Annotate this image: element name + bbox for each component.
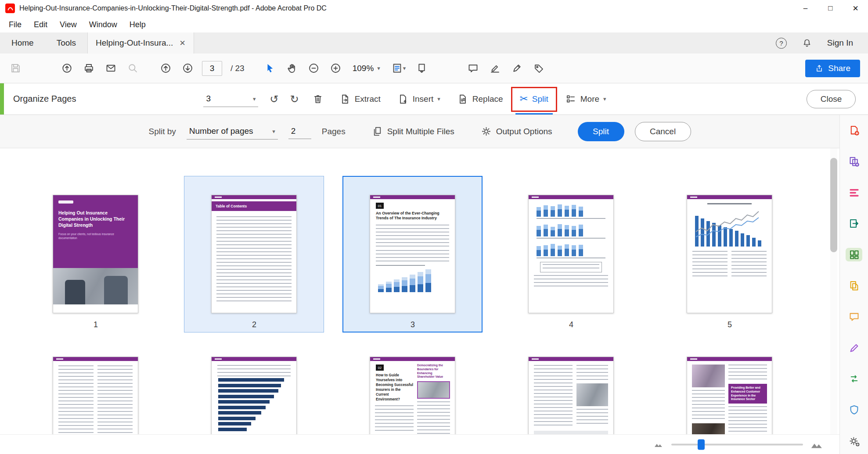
split-confirm-button[interactable]: Split [578, 122, 624, 141]
comment-tool-icon[interactable] [465, 61, 481, 76]
extract-button[interactable]: Extract [337, 83, 383, 114]
page-number-input[interactable]: 3 [202, 61, 222, 76]
more-icon [565, 93, 576, 105]
chevron-down-icon: ▾ [377, 65, 380, 71]
search-icon[interactable] [125, 61, 140, 76]
edit-pdf-icon[interactable] [846, 186, 862, 200]
page-thumbnail-8[interactable]: 02 How to Guide Yourselves into Becoming… [370, 357, 455, 434]
page-thumbnail-5[interactable] [687, 195, 772, 313]
page-number-label-3: 3 [400, 320, 426, 329]
maximize-button[interactable]: □ [818, 0, 843, 17]
menu-file[interactable]: File [3, 20, 28, 29]
page-number-label-2: 2 [241, 320, 267, 329]
notifications-bell-icon[interactable] [800, 36, 814, 50]
close-tool-button[interactable]: Close [807, 90, 856, 108]
thumbnail-zoom-control [654, 440, 825, 450]
split-multiple-files-button[interactable]: Split Multiple Files [372, 126, 454, 137]
previous-page-icon[interactable] [158, 61, 173, 76]
page-thumbnail-6[interactable] [53, 357, 138, 434]
lower-region: Split by Number of pages ▾ Pages Split M… [0, 115, 868, 454]
split-label: Split [532, 94, 548, 104]
zoom-out-icon[interactable] [306, 61, 321, 76]
tab-document[interactable]: Helping-Out-Insura... ✕ [87, 32, 194, 54]
combine-files-icon[interactable] [846, 155, 862, 168]
section-columns: 02 How to Guide Yourselves into Becoming… [375, 364, 450, 434]
zoom-level-dropdown[interactable]: 109% ▾ [350, 64, 383, 73]
page-thumbnail-1[interactable]: Helping Out Insurance Companies in Unloc… [53, 195, 138, 313]
tab-home[interactable]: Home [0, 32, 45, 54]
page-thumbnail-4[interactable] [528, 195, 614, 313]
print-icon[interactable] [81, 61, 97, 76]
zoom-in-icon[interactable] [328, 61, 343, 76]
split-by-label: Split by [148, 127, 176, 136]
zoom-out-mountain-icon[interactable] [654, 441, 664, 448]
delete-pages-icon[interactable] [310, 92, 325, 107]
upload-icon[interactable] [59, 61, 75, 76]
split-button[interactable]: ✂ Split [517, 83, 551, 114]
hand-tool-icon[interactable] [284, 61, 299, 76]
sign-in-link[interactable]: Sign In [827, 38, 853, 48]
thumbnail-bar-line-chart [692, 206, 767, 248]
menu-help[interactable]: Help [123, 20, 152, 29]
quick-toolbar: 3 / 23 109% ▾ ▾ [0, 54, 868, 83]
menu-view[interactable]: View [54, 20, 83, 29]
page-range-value: 3 [206, 94, 211, 104]
page-header-band [212, 357, 296, 361]
scroll-mode-icon[interactable] [414, 61, 429, 76]
share-button[interactable]: Share [805, 60, 860, 77]
fill-sign-icon[interactable] [846, 279, 862, 293]
menu-window[interactable]: Window [83, 20, 123, 29]
insert-button[interactable]: Insert ▾ [395, 83, 443, 114]
zoom-in-mountain-icon[interactable] [810, 440, 825, 450]
replace-button[interactable]: Replace [454, 83, 506, 114]
page-thumbnail-3[interactable]: 01 An Overview of the Ever-Changing Tren… [370, 195, 455, 313]
chevron-down-icon: ▾ [437, 96, 440, 102]
page-count-input[interactable] [288, 124, 311, 139]
page-thumbnail-10[interactable]: Providing Better and Enhanced Customer E… [687, 357, 772, 434]
page-range-dropdown[interactable]: 3 ▾ [203, 91, 258, 107]
organize-pages-icon[interactable] [846, 248, 862, 261]
split-mode-dropdown[interactable]: Number of pages ▾ [187, 124, 278, 139]
minimize-button[interactable]: – [793, 0, 818, 17]
page-thumbnail-7[interactable] [211, 357, 297, 434]
save-icon[interactable] [8, 61, 23, 76]
create-pdf-icon[interactable] [846, 124, 862, 137]
sign-pen-icon[interactable] [846, 341, 862, 355]
tab-tools[interactable]: Tools [45, 32, 87, 54]
rotate-right-icon[interactable]: ↻ [290, 94, 299, 104]
cover-subtitle: Focus on your clients, not tedious insur… [58, 232, 133, 240]
paragraph-lines [375, 405, 414, 433]
protect-icon[interactable] [846, 403, 862, 417]
document-tab-close-icon[interactable]: ✕ [179, 39, 185, 48]
more-button[interactable]: More ▾ [562, 83, 609, 114]
page-count-label: / 23 [231, 64, 245, 73]
select-tool-icon[interactable] [262, 61, 277, 76]
thumbnail-grid: Helping Out Insurance Companies in Unloc… [0, 148, 839, 434]
zoom-slider-handle[interactable] [698, 439, 705, 450]
thumbnail-zoom-slider[interactable] [671, 443, 803, 445]
convert-pdf-icon[interactable] [846, 217, 862, 230]
paragraph-lines [692, 390, 725, 421]
email-icon[interactable] [103, 61, 119, 76]
more-tools-icon[interactable] [846, 434, 862, 448]
vertical-scrollbar-thumb[interactable] [830, 158, 837, 252]
help-icon[interactable]: ? [776, 38, 787, 49]
menu-edit[interactable]: Edit [28, 20, 54, 29]
tag-tool-icon[interactable] [531, 61, 547, 76]
cover-title: Helping Out Insurance Companies in Unloc… [58, 210, 133, 229]
page-thumbnail-9[interactable] [528, 357, 614, 434]
thumbnail-bar-chart [537, 204, 605, 217]
page-thumbnail-2[interactable]: Table of Contents [211, 195, 297, 313]
comment-rail-icon[interactable] [846, 310, 862, 324]
stamp-icon[interactable] [846, 372, 862, 386]
gear-icon [481, 126, 492, 137]
highlight-tool-icon[interactable] [487, 61, 503, 76]
cancel-button[interactable]: Cancel [635, 122, 691, 141]
next-page-icon[interactable] [180, 61, 195, 76]
output-options-button[interactable]: Output Options [481, 126, 552, 137]
page-view-icon[interactable]: ▾ [389, 61, 408, 76]
close-window-button[interactable]: ✕ [843, 0, 868, 17]
chevron-down-icon: ▾ [603, 96, 606, 102]
rotate-left-icon[interactable]: ↺ [270, 94, 278, 104]
sign-tool-icon[interactable] [509, 61, 525, 76]
